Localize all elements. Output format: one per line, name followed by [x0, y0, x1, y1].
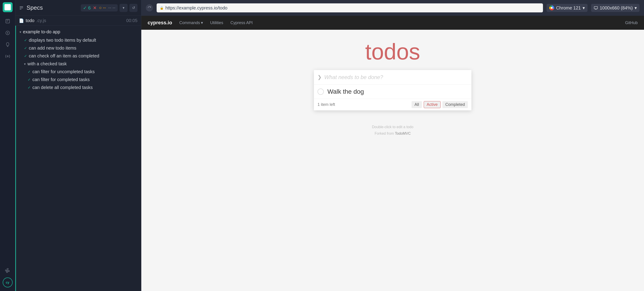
check-icon-3: ✓ — [24, 54, 27, 58]
filter-active[interactable]: Active — [424, 101, 440, 108]
app-logo[interactable] — [3, 2, 12, 12]
settings-nav-icon[interactable] — [3, 51, 12, 61]
svg-point-2 — [7, 56, 8, 57]
lock-icon: 🔒 — [160, 6, 164, 10]
suite-label: example to-do app — [23, 29, 60, 35]
browser-refresh-button[interactable] — [146, 4, 153, 12]
app-preview: cypress.io Commands ▾ Utilities Cypress … — [141, 16, 644, 291]
specs-controls: ✓ 6 ✕ ○ -- -- -- ▾ ↺ — [81, 4, 138, 12]
check-icon-4: ✓ — [28, 70, 30, 74]
todo-input-placeholder: What needs to be done? — [324, 74, 468, 80]
app-brand: cypress.io — [148, 20, 172, 26]
check-icon-2: ✓ — [24, 46, 27, 50]
sub-suite-label: with a checked task — [28, 61, 67, 67]
address-bar[interactable]: 🔒 https://example.cypress.io/todo — [156, 4, 543, 13]
check-icon-5: ✓ — [28, 78, 30, 82]
viewport-text: 1000x660 (84%) — [600, 6, 633, 11]
cypress-logo-badge[interactable]: cy — [3, 277, 12, 287]
todomvc-link[interactable]: TodoMVC — [395, 132, 411, 135]
dropdown-button[interactable]: ▾ — [120, 4, 128, 12]
browser-selector[interactable]: Chrome 121 ▾ — [546, 4, 588, 12]
test-counts: ✓ 6 ✕ ○ -- -- -- — [81, 4, 118, 12]
test-row-4[interactable]: ✓ can filter for uncompleted tasks — [16, 68, 141, 76]
pending-count: ○ -- — [99, 5, 106, 10]
test-row-5[interactable]: ✓ can filter for completed tasks — [16, 76, 141, 84]
nav-commands[interactable]: Commands ▾ — [179, 20, 203, 25]
fail-count: ✕ — [93, 5, 97, 11]
url-text: https://example.cypress.io/todo — [166, 6, 228, 11]
chrome-icon — [549, 6, 554, 10]
test-row-3[interactable]: ✓ can check off an item as completed — [16, 52, 141, 60]
filter-all[interactable]: All — [412, 101, 422, 108]
test-label-3: can check off an item as completed — [29, 53, 99, 59]
suite-row-sub[interactable]: ▾ with a checked task — [16, 60, 141, 68]
pass-count: ✓ 6 — [83, 5, 91, 11]
suite-row-main[interactable]: ▾ example to-do app — [16, 28, 141, 36]
todo-card: ❯ What needs to be done? Walk the dog 1 … — [314, 70, 472, 110]
filter-completed[interactable]: Completed — [442, 101, 468, 108]
browser-dropdown-icon: ▾ — [582, 5, 585, 11]
todo-footer-line2: Forked from TodoMVC — [314, 130, 472, 137]
sidebar: cy — [0, 0, 15, 291]
logo-inner — [4, 4, 11, 10]
todo-app-footer: Double-click to edit a todo Forked from … — [314, 124, 472, 137]
runs-nav-icon[interactable] — [3, 28, 12, 38]
nav-cypress-api[interactable]: Cypress API — [230, 21, 253, 25]
command-palette-icon[interactable] — [3, 266, 12, 276]
test-label-5: can filter for completed tasks — [32, 77, 90, 82]
sub-suite-chevron: ▾ — [24, 62, 26, 66]
todo-filters: All Active Completed — [412, 101, 468, 108]
todo-input-row: ❯ What needs to be done? — [314, 70, 472, 85]
test-label-2: can add new todo items — [29, 46, 76, 51]
check-icon-6: ✓ — [28, 85, 30, 90]
suite-chevron: ▾ — [20, 30, 21, 34]
todo-footer-line1: Double-click to edit a todo — [314, 124, 472, 130]
file-ext: .cy.js — [36, 18, 46, 23]
skip-count: -- -- — [108, 5, 116, 10]
todo-toggle-all-icon[interactable]: ❯ — [318, 74, 322, 80]
test-label-1: displays two todo items by default — [29, 38, 96, 43]
refresh-button[interactable]: ↺ — [130, 4, 138, 12]
viewport-dropdown-icon: ▾ — [634, 5, 637, 11]
nav-github[interactable]: GitHub — [625, 21, 638, 25]
specs-header-icon — [19, 6, 24, 10]
specs-nav-icon[interactable] — [3, 16, 12, 26]
todo-title: todos — [314, 39, 472, 65]
test-row-1[interactable]: ✓ displays two todo items by default — [16, 36, 141, 44]
file-time: 00:05 — [126, 18, 138, 23]
debug-nav-icon[interactable] — [3, 40, 12, 50]
test-label-6: can delete all completed tasks — [32, 85, 93, 90]
viewport-selector[interactable]: 1000x660 (84%) ▾ — [591, 4, 640, 12]
file-name: todo — [26, 18, 34, 23]
todo-checkbox-1[interactable] — [318, 89, 324, 95]
file-icon: 📄 — [19, 18, 24, 23]
svg-rect-3 — [594, 7, 598, 9]
file-row[interactable]: 📄 todo.cy.js 00:05 — [15, 16, 141, 26]
todo-item-text-1: Walk the dog — [328, 88, 364, 95]
nav-utilities[interactable]: Utilities — [210, 21, 223, 25]
specs-header: Specs ✓ 6 ✕ ○ -- -- -- ▾ ↺ — [15, 0, 141, 16]
viewport-icon — [594, 6, 598, 10]
test-row-2[interactable]: ✓ can add new todo items — [16, 44, 141, 52]
browser-toolbar: 🔒 https://example.cypress.io/todo Chrome… — [141, 0, 644, 16]
todo-app: todos ❯ What needs to be done? Walk the … — [314, 30, 472, 137]
todo-item-row-1[interactable]: Walk the dog — [314, 85, 472, 99]
todo-count: 1 item left — [318, 102, 408, 107]
browser-name: Chrome 121 — [556, 6, 581, 11]
test-label-4: can filter for uncompleted tasks — [32, 69, 95, 74]
specs-title: Specs — [26, 4, 78, 11]
test-row-6[interactable]: ✓ can delete all completed tasks — [16, 84, 141, 91]
test-tree: ▾ example to-do app ✓ displays two todo … — [15, 26, 141, 291]
app-nav: cypress.io Commands ▾ Utilities Cypress … — [141, 16, 644, 30]
browser-area: 🔒 https://example.cypress.io/todo Chrome… — [141, 0, 644, 291]
specs-panel: Specs ✓ 6 ✕ ○ -- -- -- ▾ ↺ 📄 todo.cy.js … — [15, 0, 141, 291]
check-icon-1: ✓ — [24, 38, 27, 42]
cypress-badge-text: cy — [6, 281, 10, 284]
todo-footer: 1 item left All Active Completed — [314, 99, 472, 110]
